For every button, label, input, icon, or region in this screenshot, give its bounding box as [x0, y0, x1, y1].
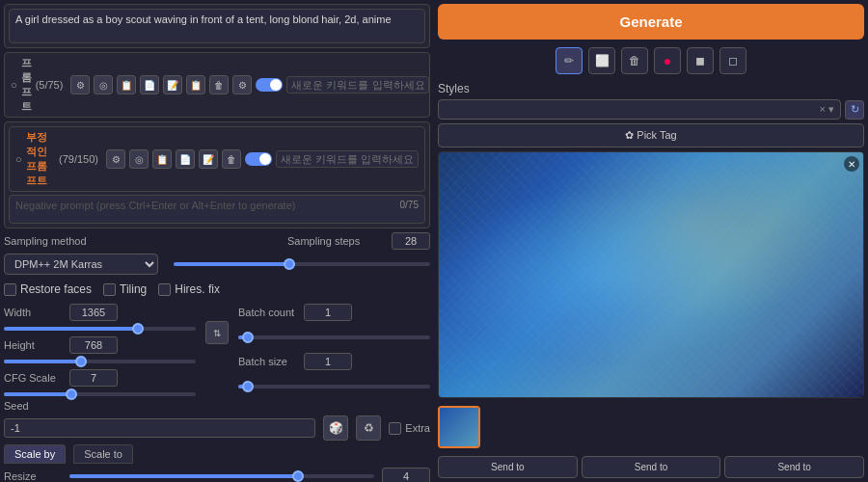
- batch-column: Batch count 1 Batch size 1: [238, 304, 430, 396]
- send-to-button-3[interactable]: Send to: [724, 456, 864, 478]
- icon-btn-7[interactable]: 🗑: [209, 75, 229, 94]
- rectangle-tool-icon[interactable]: ⬜: [588, 47, 615, 74]
- sampling-method-dropdown[interactable]: DPM++ 2M Karras: [4, 254, 158, 275]
- resize-slider-container[interactable]: [69, 474, 374, 478]
- height-slider[interactable]: [4, 360, 196, 363]
- icon-btn-5[interactable]: 📝: [163, 75, 182, 94]
- bottom-buttons: Send to Send to Send to: [438, 456, 864, 478]
- negative-prompt-text[interactable]: Negative prompt (press Ctrl+Enter or Alt…: [9, 195, 425, 224]
- neg-icon-2[interactable]: ◎: [129, 149, 149, 169]
- negative-collapse-icon[interactable]: ○: [15, 153, 22, 165]
- styles-label: Styles: [438, 82, 864, 95]
- prompt-toggle[interactable]: [256, 78, 283, 92]
- red-dot-icon[interactable]: ●: [654, 47, 681, 74]
- negative-label: 부정적인 프롬프트: [26, 130, 55, 188]
- dark-square-icon[interactable]: ◼: [687, 47, 714, 74]
- cfg-track: [4, 392, 196, 396]
- batch-size-slider[interactable]: [238, 376, 430, 396]
- generate-button[interactable]: Generate: [438, 4, 864, 40]
- light-square-icon[interactable]: ◻: [719, 47, 746, 74]
- sampling-method-label: Sampling method: [4, 235, 87, 247]
- tool-icons-row: ✏ ⬜ 🗑 ● ◼ ◻: [438, 43, 864, 78]
- batch-count-slider[interactable]: [238, 327, 430, 347]
- send-to-label-3: Send to: [777, 462, 810, 472]
- styles-dropdown[interactable]: × ▾: [438, 99, 841, 120]
- send-to-button-1[interactable]: Send to: [438, 456, 578, 478]
- negative-counter: 0/75: [400, 200, 419, 210]
- height-row: Height 768: [4, 336, 196, 354]
- neg-icon-6[interactable]: 🗑: [222, 149, 241, 169]
- width-input[interactable]: 1365: [69, 304, 118, 321]
- icon-btn-4[interactable]: 📄: [140, 75, 159, 94]
- seed-recycle-button[interactable]: ♻: [356, 415, 381, 441]
- height-track: [4, 360, 196, 363]
- batch-size-input[interactable]: 1: [304, 353, 352, 370]
- width-thumb[interactable]: [132, 323, 144, 335]
- send-to-label-1: Send to: [491, 462, 524, 472]
- height-thumb[interactable]: [75, 356, 87, 367]
- seed-dice-button[interactable]: 🎲: [323, 415, 348, 441]
- send-to-button-2[interactable]: Send to: [582, 456, 721, 478]
- steps-slider-container[interactable]: [174, 262, 430, 266]
- sampling-steps-value[interactable]: 28: [392, 232, 430, 250]
- neg-icon-5[interactable]: 📝: [199, 149, 218, 169]
- cfg-thumb[interactable]: [66, 388, 77, 400]
- height-label: Height: [4, 339, 62, 351]
- resize-track: [69, 474, 374, 478]
- negative-keyword-input[interactable]: [276, 150, 419, 168]
- styles-row: × ▾ ↻: [438, 99, 864, 120]
- steps-slider-track: [174, 262, 430, 266]
- seed-label: Seed: [4, 400, 62, 412]
- steps-slider-fill: [174, 262, 289, 266]
- image-thumbnail[interactable]: [438, 406, 480, 448]
- generated-image: [439, 152, 863, 397]
- collapse-icon[interactable]: ○: [11, 79, 17, 91]
- trash-tool-icon[interactable]: 🗑: [621, 47, 648, 74]
- hires-fix-checkbox[interactable]: Hires. fix: [158, 282, 220, 296]
- steps-slider-thumb[interactable]: [284, 258, 295, 270]
- extra-checkbox[interactable]: [389, 422, 401, 435]
- icon-btn-8[interactable]: ⚙: [232, 75, 252, 94]
- cfg-slider[interactable]: [4, 392, 196, 396]
- resize-thumb[interactable]: [292, 470, 304, 482]
- styles-section: Styles × ▾ ↻ ✿ Pick Tag: [438, 82, 864, 147]
- negative-toggle[interactable]: [245, 152, 272, 166]
- width-slider[interactable]: [4, 327, 196, 331]
- styles-clear-icon[interactable]: × ▾: [820, 103, 834, 116]
- seed-input[interactable]: [4, 418, 315, 438]
- image-close-button[interactable]: ✕: [844, 156, 859, 172]
- restore-faces-checkbox[interactable]: Restore faces: [4, 282, 92, 296]
- width-label: Width: [4, 307, 62, 318]
- pick-tag-button[interactable]: ✿ Pick Tag: [438, 123, 864, 147]
- swap-button[interactable]: ⇅: [205, 321, 229, 344]
- icon-btn-3[interactable]: 📋: [117, 75, 136, 94]
- scale-by-tab[interactable]: Scale by: [4, 444, 66, 464]
- neg-icon-1[interactable]: ⚙: [106, 149, 125, 169]
- keyword-input[interactable]: [286, 76, 429, 94]
- pencil-tool-icon[interactable]: ✏: [556, 47, 583, 74]
- icon-btn-1[interactable]: ⚙: [70, 75, 90, 94]
- negative-toggle-knob: [259, 153, 271, 165]
- batch-count-input[interactable]: 1: [304, 304, 352, 321]
- prompt-text[interactable]: A girl dressed as a boy scout waving in …: [9, 9, 425, 43]
- styles-refresh-button[interactable]: ↻: [845, 100, 864, 120]
- checkboxes-row: Restore faces Tiling Hires. fix: [4, 279, 430, 300]
- scale-to-tab[interactable]: Scale to: [73, 444, 133, 464]
- batch-count-thumb[interactable]: [242, 332, 254, 343]
- neg-icon-4[interactable]: 📄: [176, 149, 195, 169]
- icon-btn-2[interactable]: ◎: [94, 75, 113, 94]
- icon-btn-6[interactable]: 📋: [186, 75, 205, 94]
- neg-icon-3[interactable]: 📋: [152, 149, 172, 169]
- cfg-input[interactable]: 7: [69, 369, 118, 387]
- prompt-toolbar-icons: ⚙ ◎ 📋 📄 📝 📋 🗑 ⚙: [70, 75, 252, 94]
- batch-size-thumb[interactable]: [242, 381, 254, 392]
- tiling-checkbox[interactable]: Tiling: [103, 282, 147, 296]
- resize-row: Resize 4: [4, 468, 430, 482]
- batch-count-row: Batch count 1: [238, 304, 430, 321]
- tiling-check: [103, 283, 116, 296]
- right-panel: Generate ✏ ⬜ 🗑 ● ◼ ◻ Styles × ▾ ↻ ✿ Pick…: [434, 0, 868, 482]
- height-input[interactable]: 768: [69, 336, 118, 354]
- negative-section: ○ 부정적인 프롬프트 (79/150) ⚙ ◎ 📋 📄 📝 🗑 Negativ…: [4, 121, 430, 228]
- resize-input[interactable]: 4: [382, 468, 430, 482]
- cfg-fill: [4, 392, 71, 396]
